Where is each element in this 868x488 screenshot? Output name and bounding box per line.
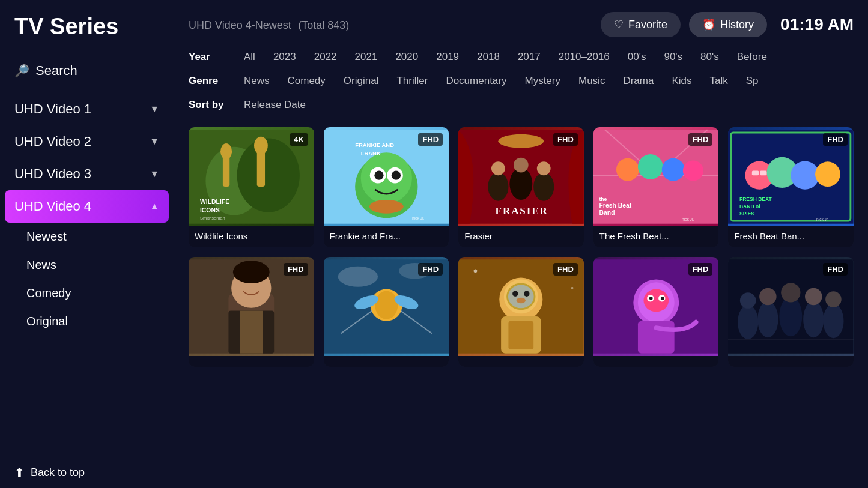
card-badge-fhd: FHD: [553, 133, 578, 146]
history-button[interactable]: ⏰ History: [689, 12, 767, 37]
svg-text:FRESH BEAT: FRESH BEAT: [739, 196, 772, 202]
genre-talk[interactable]: Talk: [702, 72, 735, 90]
sidebar-item-label: UHD Video 2: [14, 134, 91, 149]
svg-point-26: [514, 158, 529, 173]
card-wildlife-icons[interactable]: WILDLIFE ICONS Smithsonian 4K Wildlife I…: [189, 127, 314, 247]
year-00s[interactable]: 00's: [621, 48, 654, 66]
svg-point-36: [638, 154, 663, 179]
back-to-top-button[interactable]: ⬆ Back to top: [0, 457, 174, 488]
sub-item-label: Newest: [26, 230, 67, 243]
svg-text:Fresh Beat: Fresh Beat: [599, 202, 631, 209]
card-thumbnail: FRASIER FHD: [458, 127, 584, 226]
year-2010-2016[interactable]: 2010–2016: [551, 48, 617, 66]
sidebar-item-uhd1[interactable]: UHD Video 1 ▼: [0, 93, 174, 125]
genre-thriller[interactable]: Thriller: [389, 72, 435, 90]
svg-point-16: [391, 171, 400, 180]
svg-point-88: [649, 297, 653, 300]
genre-comedy[interactable]: Comedy: [281, 72, 333, 90]
card-thumbnail: FRESH BEAT BAND of SPIES nick Jr. FHD: [728, 127, 854, 226]
card-thumbnail: FHD: [728, 257, 854, 356]
year-90s[interactable]: 90's: [657, 48, 690, 66]
card-title: The Fresh Beat...: [593, 226, 719, 247]
card-title: Wildlife Icons: [189, 226, 314, 247]
card-row2-col5[interactable]: FHD: [728, 257, 854, 367]
card-frasier[interactable]: FRASIER FHD Frasier: [458, 127, 584, 247]
card-row2-col3[interactable]: FHD: [458, 257, 584, 367]
card-fresh-beat-band[interactable]: the Fresh Beat Band nick Jr. FHD The Fre…: [593, 127, 719, 247]
svg-point-79: [517, 298, 526, 303]
svg-rect-60: [240, 311, 263, 354]
genre-documentary[interactable]: Documentary: [439, 72, 514, 90]
genre-original[interactable]: Original: [336, 72, 386, 90]
card-frankie-and-frank[interactable]: FRANKIE AND FRANK nick Jr. FHD Frankie a…: [324, 127, 449, 247]
year-2018[interactable]: 2018: [470, 48, 507, 66]
year-before[interactable]: Before: [730, 48, 774, 66]
card-row2-col4[interactable]: FHD: [593, 257, 719, 367]
year-2021[interactable]: 2021: [348, 48, 385, 66]
sort-value[interactable]: Release Date: [237, 96, 313, 114]
clock-icon: ⏰: [702, 18, 715, 31]
sidebar-sub-newest[interactable]: Newest: [0, 223, 174, 251]
svg-point-77: [512, 291, 518, 296]
svg-point-76: [508, 284, 535, 309]
genre-mystery[interactable]: Mystery: [517, 72, 568, 90]
card-title: Fresh Beat Ban...: [728, 226, 854, 247]
genre-filter-row: Genre News Comedy Original Thriller Docu…: [189, 72, 854, 90]
header-title: UHD Video 4-Newest (Total 843): [189, 18, 349, 32]
genre-drama[interactable]: Drama: [616, 72, 661, 90]
year-all[interactable]: All: [237, 48, 263, 66]
card-row2-col1[interactable]: FHD: [189, 257, 314, 367]
year-filter-row: Year All 2023 2022 2021 2020 2019 2018 2…: [189, 48, 854, 66]
svg-point-37: [662, 158, 685, 181]
svg-point-25: [510, 168, 533, 200]
svg-point-24: [491, 161, 505, 175]
svg-point-78: [524, 291, 529, 296]
card-title: Frankie and Fra...: [324, 226, 449, 247]
year-2023[interactable]: 2023: [266, 48, 303, 66]
sort-label: Sort by: [189, 99, 237, 111]
grid-container: WILDLIFE ICONS Smithsonian 4K Wildlife I…: [189, 127, 854, 488]
chevron-down-icon: ▼: [150, 104, 159, 115]
chevron-down-icon: ▼: [150, 136, 159, 147]
sidebar-item-label: UHD Video 4: [14, 199, 91, 214]
sidebar-sub-original[interactable]: Original: [0, 307, 174, 336]
year-2022[interactable]: 2022: [307, 48, 344, 66]
genre-kids[interactable]: Kids: [664, 72, 699, 90]
sidebar-item-uhd3[interactable]: UHD Video 3 ▼: [0, 158, 174, 190]
card-title: [324, 356, 449, 367]
svg-text:SPIES: SPIES: [739, 211, 754, 217]
search-label: Search: [35, 63, 77, 79]
svg-text:Smithsonian: Smithsonian: [200, 215, 225, 221]
sidebar-item-uhd2[interactable]: UHD Video 2 ▼: [0, 125, 174, 158]
year-2019[interactable]: 2019: [429, 48, 466, 66]
svg-point-22: [499, 134, 544, 148]
year-80s[interactable]: 80's: [693, 48, 726, 66]
svg-text:WILDLIFE: WILDLIFE: [200, 199, 229, 205]
search-button[interactable]: 🔎 Search: [0, 63, 174, 93]
genre-music[interactable]: Music: [571, 72, 612, 90]
card-row2-col2[interactable]: FHD: [324, 257, 449, 367]
genre-label: Genre: [189, 75, 237, 87]
svg-text:ICONS: ICONS: [200, 207, 220, 214]
svg-point-12: [360, 152, 411, 203]
year-2017[interactable]: 2017: [511, 48, 548, 66]
svg-text:FRANK: FRANK: [360, 150, 380, 157]
card-fresh-beat-band-spies[interactable]: FRESH BEAT BAND of SPIES nick Jr. FHD Fr…: [728, 127, 854, 247]
main-content: UHD Video 4-Newest (Total 843) ♡ Favorit…: [174, 0, 868, 488]
genre-news[interactable]: News: [237, 72, 277, 90]
history-label: History: [720, 19, 754, 31]
year-2020[interactable]: 2020: [388, 48, 425, 66]
card-title: [458, 356, 584, 367]
sidebar-nav: UHD Video 1 ▼ UHD Video 2 ▼ UHD Video 3 …: [0, 93, 174, 457]
genre-sp[interactable]: Sp: [739, 72, 766, 90]
svg-point-2: [237, 138, 300, 212]
svg-point-6: [254, 137, 268, 155]
sidebar-item-uhd4[interactable]: UHD Video 4 ▲: [5, 190, 169, 223]
time-display: 01:19 AM: [780, 15, 854, 34]
sidebar-sub-news[interactable]: News: [0, 251, 174, 279]
svg-text:BAND of: BAND of: [739, 203, 760, 209]
sidebar-sub-comedy[interactable]: Comedy: [0, 279, 174, 307]
favorite-button[interactable]: ♡ Favorite: [601, 12, 681, 37]
card-badge-fhd: FHD: [284, 263, 308, 276]
card-badge-4k: 4K: [290, 133, 308, 146]
